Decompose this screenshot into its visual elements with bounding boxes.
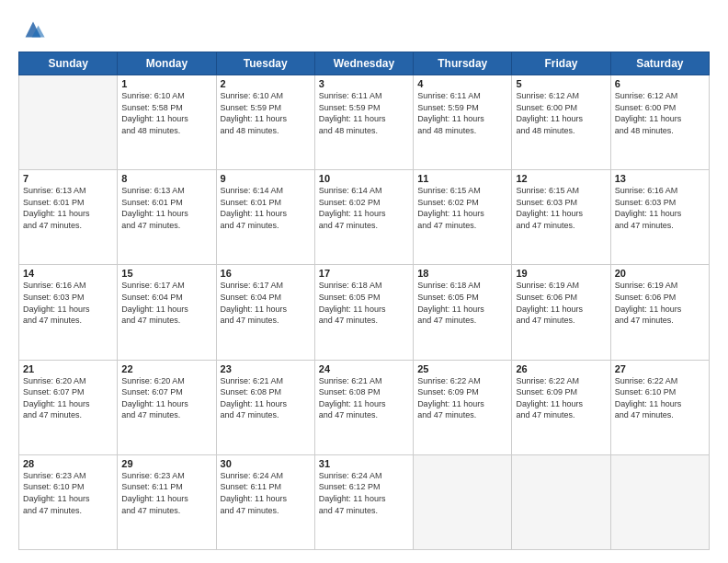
calendar-cell: 30Sunrise: 6:24 AMSunset: 6:11 PMDayligh… bbox=[216, 454, 314, 549]
calendar-cell: 28Sunrise: 6:23 AMSunset: 6:10 PMDayligh… bbox=[19, 454, 118, 549]
day-info: Sunrise: 6:20 AMSunset: 6:07 PMDaylight:… bbox=[23, 375, 113, 421]
day-info: Sunrise: 6:23 AMSunset: 6:10 PMDaylight:… bbox=[23, 470, 113, 516]
day-number: 7 bbox=[23, 173, 113, 184]
calendar-cell: 3Sunrise: 6:11 AMSunset: 5:59 PMDaylight… bbox=[314, 75, 413, 170]
day-info: Sunrise: 6:16 AMSunset: 6:03 PMDaylight:… bbox=[615, 185, 705, 231]
calendar-cell: 10Sunrise: 6:14 AMSunset: 6:02 PMDayligh… bbox=[314, 170, 413, 265]
day-info: Sunrise: 6:16 AMSunset: 6:03 PMDaylight:… bbox=[23, 280, 113, 326]
logo-icon bbox=[20, 17, 46, 42]
day-info: Sunrise: 6:22 AMSunset: 6:09 PMDaylight:… bbox=[516, 375, 606, 421]
day-number: 22 bbox=[121, 363, 211, 374]
day-info: Sunrise: 6:17 AMSunset: 6:04 PMDaylight:… bbox=[221, 280, 311, 326]
day-number: 3 bbox=[319, 78, 409, 89]
weekday-header-tuesday: Tuesday bbox=[216, 52, 314, 75]
day-number: 4 bbox=[417, 78, 507, 89]
day-info: Sunrise: 6:21 AMSunset: 6:08 PMDaylight:… bbox=[319, 375, 409, 421]
calendar-cell: 31Sunrise: 6:24 AMSunset: 6:12 PMDayligh… bbox=[314, 454, 413, 549]
calendar-cell: 15Sunrise: 6:17 AMSunset: 6:04 PMDayligh… bbox=[118, 265, 216, 360]
day-number: 19 bbox=[516, 268, 606, 279]
calendar-cell: 26Sunrise: 6:22 AMSunset: 6:09 PMDayligh… bbox=[512, 360, 610, 454]
calendar-cell: 6Sunrise: 6:12 AMSunset: 6:00 PMDaylight… bbox=[610, 75, 709, 170]
day-info: Sunrise: 6:10 AMSunset: 5:58 PMDaylight:… bbox=[121, 90, 211, 136]
day-info: Sunrise: 6:14 AMSunset: 6:01 PMDaylight:… bbox=[221, 185, 311, 231]
calendar-cell: 27Sunrise: 6:22 AMSunset: 6:10 PMDayligh… bbox=[610, 360, 709, 454]
day-number: 16 bbox=[221, 268, 311, 279]
day-info: Sunrise: 6:22 AMSunset: 6:09 PMDaylight:… bbox=[417, 375, 507, 421]
day-number: 11 bbox=[417, 173, 507, 184]
header bbox=[18, 17, 710, 42]
calendar-cell: 24Sunrise: 6:21 AMSunset: 6:08 PMDayligh… bbox=[314, 360, 413, 454]
calendar-cell: 18Sunrise: 6:18 AMSunset: 6:05 PMDayligh… bbox=[414, 265, 512, 360]
day-info: Sunrise: 6:19 AMSunset: 6:06 PMDaylight:… bbox=[516, 280, 606, 326]
calendar-cell bbox=[512, 454, 610, 549]
day-number: 9 bbox=[221, 173, 311, 184]
calendar-cell: 7Sunrise: 6:13 AMSunset: 6:01 PMDaylight… bbox=[19, 170, 118, 265]
day-info: Sunrise: 6:13 AMSunset: 6:01 PMDaylight:… bbox=[23, 185, 113, 231]
day-info: Sunrise: 6:11 AMSunset: 5:59 PMDaylight:… bbox=[319, 90, 409, 136]
day-number: 18 bbox=[417, 268, 507, 279]
calendar-cell: 14Sunrise: 6:16 AMSunset: 6:03 PMDayligh… bbox=[19, 265, 118, 360]
day-info: Sunrise: 6:23 AMSunset: 6:11 PMDaylight:… bbox=[121, 470, 211, 516]
day-info: Sunrise: 6:21 AMSunset: 6:08 PMDaylight:… bbox=[221, 375, 311, 421]
calendar-cell: 29Sunrise: 6:23 AMSunset: 6:11 PMDayligh… bbox=[118, 454, 216, 549]
calendar-cell: 20Sunrise: 6:19 AMSunset: 6:06 PMDayligh… bbox=[610, 265, 709, 360]
day-info: Sunrise: 6:24 AMSunset: 6:11 PMDaylight:… bbox=[221, 470, 311, 516]
day-info: Sunrise: 6:13 AMSunset: 6:01 PMDaylight:… bbox=[121, 185, 211, 231]
calendar-cell: 12Sunrise: 6:15 AMSunset: 6:03 PMDayligh… bbox=[512, 170, 610, 265]
calendar-cell bbox=[19, 75, 118, 170]
weekday-header-thursday: Thursday bbox=[414, 52, 512, 75]
day-number: 8 bbox=[121, 173, 211, 184]
calendar-cell bbox=[610, 454, 709, 549]
weekday-header-friday: Friday bbox=[512, 52, 610, 75]
day-number: 26 bbox=[516, 363, 606, 374]
day-number: 23 bbox=[221, 363, 311, 374]
day-info: Sunrise: 6:12 AMSunset: 6:00 PMDaylight:… bbox=[615, 90, 705, 136]
weekday-header-monday: Monday bbox=[118, 52, 216, 75]
day-info: Sunrise: 6:22 AMSunset: 6:10 PMDaylight:… bbox=[615, 375, 705, 421]
day-number: 6 bbox=[615, 78, 705, 89]
day-info: Sunrise: 6:14 AMSunset: 6:02 PMDaylight:… bbox=[319, 185, 409, 231]
day-number: 25 bbox=[417, 363, 507, 374]
day-info: Sunrise: 6:17 AMSunset: 6:04 PMDaylight:… bbox=[121, 280, 211, 326]
day-info: Sunrise: 6:20 AMSunset: 6:07 PMDaylight:… bbox=[121, 375, 211, 421]
calendar-cell bbox=[414, 454, 512, 549]
calendar-cell: 25Sunrise: 6:22 AMSunset: 6:09 PMDayligh… bbox=[414, 360, 512, 454]
day-number: 30 bbox=[221, 458, 311, 469]
calendar-cell: 21Sunrise: 6:20 AMSunset: 6:07 PMDayligh… bbox=[19, 360, 118, 454]
day-number: 13 bbox=[615, 173, 705, 184]
day-info: Sunrise: 6:24 AMSunset: 6:12 PMDaylight:… bbox=[319, 470, 409, 516]
calendar-cell: 19Sunrise: 6:19 AMSunset: 6:06 PMDayligh… bbox=[512, 265, 610, 360]
day-number: 1 bbox=[121, 78, 211, 89]
day-number: 20 bbox=[615, 268, 705, 279]
day-info: Sunrise: 6:15 AMSunset: 6:02 PMDaylight:… bbox=[417, 185, 507, 231]
weekday-header-saturday: Saturday bbox=[610, 52, 709, 75]
day-info: Sunrise: 6:12 AMSunset: 6:00 PMDaylight:… bbox=[516, 90, 606, 136]
calendar-cell: 11Sunrise: 6:15 AMSunset: 6:02 PMDayligh… bbox=[414, 170, 512, 265]
day-info: Sunrise: 6:18 AMSunset: 6:05 PMDaylight:… bbox=[417, 280, 507, 326]
day-number: 31 bbox=[319, 458, 409, 469]
calendar-cell: 23Sunrise: 6:21 AMSunset: 6:08 PMDayligh… bbox=[216, 360, 314, 454]
day-number: 10 bbox=[319, 173, 409, 184]
weekday-header-wednesday: Wednesday bbox=[314, 52, 413, 75]
day-info: Sunrise: 6:18 AMSunset: 6:05 PMDaylight:… bbox=[319, 280, 409, 326]
calendar-cell: 13Sunrise: 6:16 AMSunset: 6:03 PMDayligh… bbox=[610, 170, 709, 265]
day-number: 5 bbox=[516, 78, 606, 89]
day-number: 24 bbox=[319, 363, 409, 374]
calendar-cell: 8Sunrise: 6:13 AMSunset: 6:01 PMDaylight… bbox=[118, 170, 216, 265]
logo bbox=[18, 17, 46, 42]
day-info: Sunrise: 6:19 AMSunset: 6:06 PMDaylight:… bbox=[615, 280, 705, 326]
calendar-cell: 22Sunrise: 6:20 AMSunset: 6:07 PMDayligh… bbox=[118, 360, 216, 454]
weekday-header-sunday: Sunday bbox=[19, 52, 118, 75]
day-info: Sunrise: 6:15 AMSunset: 6:03 PMDaylight:… bbox=[516, 185, 606, 231]
day-info: Sunrise: 6:10 AMSunset: 5:59 PMDaylight:… bbox=[221, 90, 311, 136]
day-number: 14 bbox=[23, 268, 113, 279]
day-number: 17 bbox=[319, 268, 409, 279]
day-number: 28 bbox=[23, 458, 113, 469]
calendar-cell: 16Sunrise: 6:17 AMSunset: 6:04 PMDayligh… bbox=[216, 265, 314, 360]
day-number: 29 bbox=[121, 458, 211, 469]
calendar-cell: 1Sunrise: 6:10 AMSunset: 5:58 PMDaylight… bbox=[118, 75, 216, 170]
calendar-cell: 2Sunrise: 6:10 AMSunset: 5:59 PMDaylight… bbox=[216, 75, 314, 170]
page: SundayMondayTuesdayWednesdayThursdayFrid… bbox=[0, 0, 728, 563]
day-number: 27 bbox=[615, 363, 705, 374]
day-number: 12 bbox=[516, 173, 606, 184]
